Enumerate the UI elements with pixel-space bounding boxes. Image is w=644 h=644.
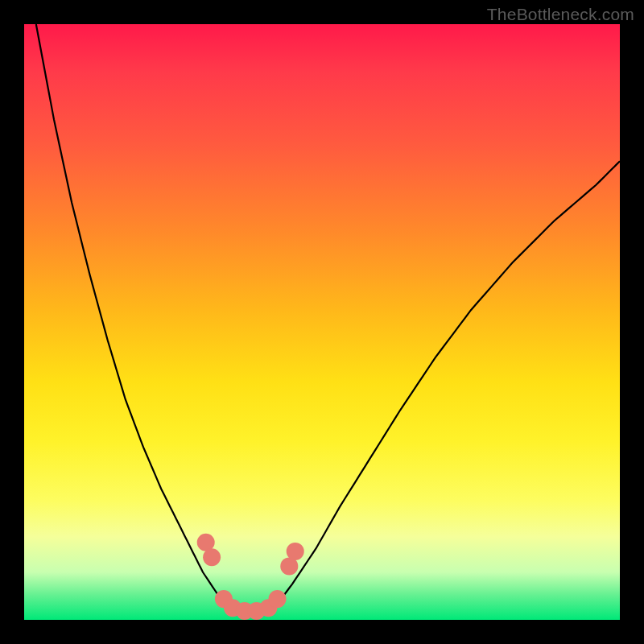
chart-frame: TheBottleneck.com [0, 0, 644, 644]
marker-point [269, 590, 287, 608]
right-branch-curve [275, 161, 620, 608]
plot-area [24, 24, 620, 620]
chart-svg [24, 24, 620, 620]
marker-point [287, 543, 304, 560]
left-branch-curve [36, 24, 227, 608]
marker-group [197, 534, 304, 620]
marker-point [203, 548, 221, 566]
watermark-text: TheBottleneck.com [487, 5, 634, 24]
